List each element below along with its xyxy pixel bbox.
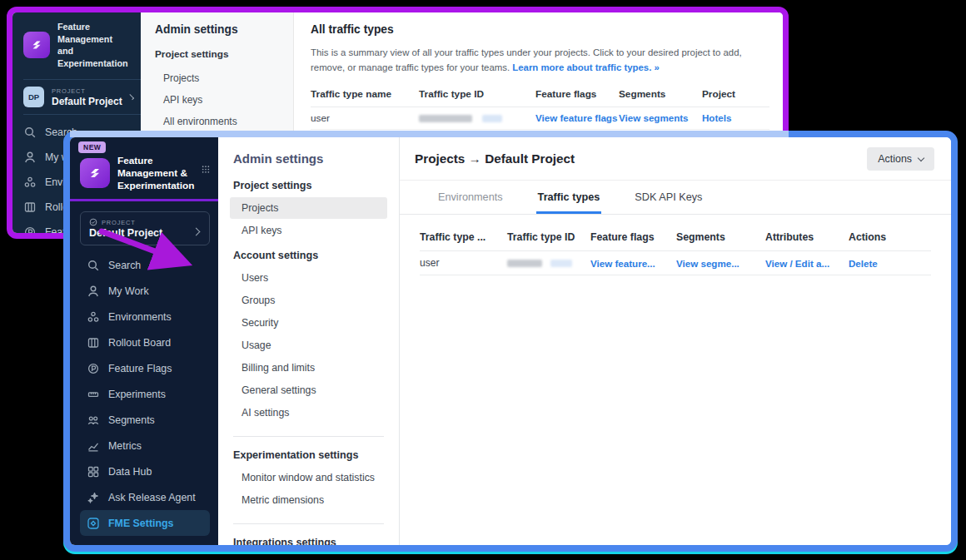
nav-item-api-keys[interactable]: API keys [141, 89, 293, 111]
sidebar-item-segments[interactable]: Segments [80, 407, 210, 433]
view-edit-attributes-link[interactable]: View / Edit a... [765, 258, 849, 269]
feature-flags-icon [87, 362, 100, 375]
sidebar-item-data-hub[interactable]: Data Hub [80, 458, 210, 484]
front-sidebar: NEW Feature Management & Experimentation… [70, 137, 218, 545]
project-link[interactable]: Hotels [702, 112, 769, 123]
sidebar-item-ask-release-agent[interactable]: Ask Release Agent [80, 484, 210, 510]
nav-item-all-environments[interactable]: All environments [141, 111, 293, 132]
tab-sdk-api-keys[interactable]: SDK API Keys [633, 181, 704, 214]
front-brand-name: Feature Management & Experimentation [117, 155, 194, 192]
table-header-row: Traffic type name Traffic type ID Featur… [311, 83, 769, 107]
nav-section-project-settings: Project settings [233, 180, 387, 191]
nav-item-monitor-window[interactable]: Monitor window and statistics [230, 467, 387, 488]
nav-item-users[interactable]: Users [230, 267, 387, 289]
nav-section-experimentation-settings: Experimentation settings [233, 449, 387, 461]
tab-bar: Environments Traffic types SDK API Keys [400, 181, 951, 215]
project-name: Default Project [89, 227, 201, 239]
sidebar-item-metrics[interactable]: Metrics [80, 433, 210, 458]
new-badge: NEW [78, 141, 106, 153]
search-icon [23, 126, 37, 139]
metrics-icon [87, 439, 100, 453]
nav-item-projects[interactable]: Projects [141, 67, 293, 89]
environments-icon [23, 176, 37, 189]
view-feature-flags-link[interactable]: View feature... [590, 258, 676, 269]
nav-section-project-settings: Project settings [141, 48, 293, 60]
environments-icon [87, 310, 100, 324]
traffic-types-table: Traffic type ... Traffic type ID Feature… [400, 215, 951, 275]
sidebar-item-fme-settings[interactable]: FME Settings [80, 510, 210, 536]
page-title: All traffic types [311, 23, 769, 36]
back-project-switcher[interactable]: DP PROJECT Default Project [23, 79, 141, 115]
front-sidebar-items: Search My Work Environments Rollout Boar… [80, 252, 210, 536]
sidebar-item-experiments[interactable]: Experiments [80, 381, 210, 407]
nav-item-ai-settings[interactable]: AI settings [230, 402, 387, 424]
fme-logo-icon [80, 158, 110, 188]
nav-section-account-settings: Account settings [233, 250, 387, 261]
search-icon [87, 259, 100, 272]
tab-traffic-types[interactable]: Traffic types [536, 181, 602, 214]
table-row: user View feature... View segme... View … [420, 251, 931, 275]
user-icon [87, 285, 100, 298]
sidebar-item-my-work[interactable]: My Work [80, 278, 210, 304]
nav-item-projects[interactable]: Projects [230, 197, 387, 219]
apps-grid-icon[interactable] [202, 163, 210, 176]
chevron-down-icon [918, 155, 924, 161]
user-icon [23, 151, 37, 164]
admin-settings-title: Admin settings [141, 23, 293, 36]
sparkle-icon [87, 491, 100, 504]
breadcrumb: Projects → Default Project [415, 151, 575, 166]
project-label: PROJECT [52, 87, 122, 95]
fme-logo-icon [23, 32, 50, 58]
sidebar-item-environments[interactable]: Environments [80, 304, 210, 330]
nav-item-usage[interactable]: Usage [230, 335, 387, 356]
nav-item-security[interactable]: Security [230, 312, 387, 334]
board-icon [87, 336, 100, 349]
brand-divider [70, 199, 218, 201]
experiments-icon [87, 388, 100, 401]
segments-icon [87, 414, 100, 427]
table-header-row: Traffic type ... Traffic type ID Feature… [420, 225, 931, 251]
tab-environments[interactable]: Environments [436, 181, 505, 214]
data-hub-icon [87, 465, 100, 478]
nav-divider [233, 436, 384, 437]
chevron-right-icon [128, 94, 134, 100]
fme-settings-icon [87, 517, 100, 530]
main-header: Projects → Default Project Actions [400, 137, 951, 181]
feature-flags-icon [23, 225, 37, 239]
learn-more-link[interactable]: Learn more about traffic types. » [512, 62, 660, 72]
front-main-content: Projects → Default Project Actions Envir… [400, 137, 951, 545]
sidebar-item-search[interactable]: Search [80, 252, 210, 278]
back-brand: Feature Management and Experimentation [23, 21, 141, 69]
nav-item-groups[interactable]: Groups [230, 290, 387, 311]
board-icon [23, 201, 37, 214]
front-project-switcher[interactable]: PROJECT Default Project [80, 211, 210, 245]
front-screenshot-window: NEW Feature Management & Experimentation… [63, 131, 958, 552]
view-segments-link[interactable]: View segments [619, 112, 702, 123]
delete-link[interactable]: Delete [849, 258, 931, 269]
nav-item-api-keys[interactable]: API keys [230, 220, 387, 241]
nav-item-billing-and-limits[interactable]: Billing and limits [230, 357, 387, 379]
back-brand-name: Feature Management and Experimentation [57, 21, 134, 69]
table-row: user View feature flags View segments Ho… [311, 107, 769, 130]
sidebar-item-rollout-board[interactable]: Rollout Board [80, 330, 210, 355]
check-circle-icon [89, 218, 97, 226]
page-description: This is a summary view of all your traff… [311, 45, 769, 76]
nav-divider [233, 523, 384, 524]
front-brand: Feature Management & Experimentation [80, 155, 210, 192]
project-name: Default Project [52, 96, 122, 107]
view-feature-flags-link[interactable]: View feature flags [535, 112, 619, 123]
sidebar-item-feature-flags[interactable]: Feature Flags [80, 355, 210, 381]
nav-item-general-settings[interactable]: General settings [230, 379, 387, 401]
project-badge: DP [23, 87, 44, 107]
redacted-id [419, 112, 535, 124]
view-segments-link[interactable]: View segme... [676, 258, 765, 269]
redacted-id [507, 257, 590, 269]
actions-button[interactable]: Actions [867, 147, 934, 171]
project-label: PROJECT [102, 219, 136, 226]
nav-section-integrations-settings: Integrations settings [233, 537, 387, 548]
nav-item-metric-dimensions[interactable]: Metric dimensions [230, 489, 387, 511]
desktop-background: Feature Management and Experimentation D… [0, 0, 966, 560]
front-admin-nav: Admin settings Project settings Projects… [218, 137, 400, 545]
admin-settings-title: Admin settings [233, 151, 387, 166]
